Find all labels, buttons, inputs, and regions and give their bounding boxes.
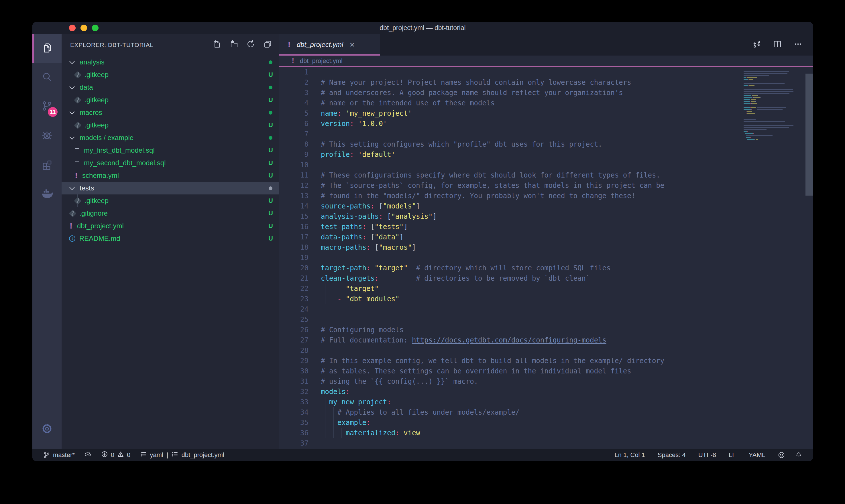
code-line[interactable]: 27# Full documentation: https://docs.get… (279, 335, 813, 345)
code-line[interactable]: 28 (279, 345, 813, 356)
code-line[interactable]: 2# Name your project! Project names shou… (279, 77, 813, 88)
minimap[interactable] (743, 69, 804, 143)
scrollbar-thumb[interactable] (806, 74, 813, 196)
tree-item-dbt-project-yml[interactable]: !dbt_project.ymlU (61, 220, 279, 232)
git-file-icon (74, 122, 82, 129)
sql-file-icon (74, 161, 80, 165)
indentation-indicator[interactable]: Spaces: 4 (658, 451, 686, 459)
minimap-line (743, 141, 804, 143)
code-line[interactable]: 26# Configuring models (279, 325, 813, 335)
code-line[interactable]: 14source-paths: ["models"] (279, 201, 813, 211)
activity-bar: 11 (32, 34, 61, 449)
code-line[interactable]: 31# using the `{{ config(...) }}` macro. (279, 376, 813, 386)
tree-item-tests[interactable]: tests (61, 182, 279, 195)
code-line[interactable]: 10 (279, 160, 813, 170)
code-line[interactable]: 19 (279, 253, 813, 263)
line-number: 5 (279, 108, 308, 119)
code-line[interactable]: 13# found in the "models/" directory. Yo… (279, 191, 813, 201)
code-line[interactable]: 6version: '1.0.0' (279, 119, 813, 129)
code-line[interactable]: 4# name or the intended use of these mod… (279, 98, 813, 108)
more-actions-icon[interactable] (793, 39, 803, 50)
cursor-position-indicator[interactable]: Ln 1, Col 1 (614, 451, 645, 459)
code-line[interactable]: 12# The `source-paths` config, for examp… (279, 180, 813, 191)
close-tab-icon[interactable]: × (349, 40, 355, 49)
code-line[interactable]: 30# as tables. These settings can be ove… (279, 366, 813, 376)
encoding-indicator[interactable]: UTF-8 (698, 451, 716, 459)
tree-item-gitkeep[interactable]: .gitkeepU (61, 69, 279, 81)
language-indicator[interactable]: YAML (749, 451, 766, 459)
activity-search-button[interactable] (32, 63, 61, 92)
line-number: 2 (279, 77, 308, 88)
code-line[interactable]: 20target-path: "target" # directory whic… (279, 263, 813, 273)
tree-item-gitignore[interactable]: .gitignoreU (61, 207, 279, 220)
refresh-icon[interactable] (247, 40, 255, 50)
code-line[interactable]: 5name: 'my_new_project' (279, 108, 813, 119)
indent-label: Spaces: 4 (658, 451, 686, 459)
code-line[interactable]: 21clean-targets: # directories to be rem… (279, 273, 813, 284)
publish-changes-button[interactable] (85, 451, 91, 459)
editor-mode-indicator[interactable]: yaml | dbt_project.yml (140, 451, 224, 459)
close-window-button[interactable] (69, 25, 76, 31)
tree-item-data[interactable]: data (61, 81, 279, 94)
tree-item-my-second-dbt-model-sql[interactable]: my_second_dbt_model.sqlU (61, 157, 279, 169)
tab-dbt-project-yml[interactable]: ! dbt_project.yml × (279, 34, 380, 56)
code-line[interactable]: 7 (279, 129, 813, 139)
activity-extensions-button[interactable] (32, 151, 61, 180)
maximize-window-button[interactable] (92, 25, 98, 31)
code-line[interactable]: 3# and underscores. A good package name … (279, 88, 813, 98)
code-line[interactable]: 17data-paths: ["data"] (279, 232, 813, 242)
activity-docker-button[interactable] (32, 180, 61, 209)
collapse-all-icon[interactable] (264, 40, 272, 50)
notifications-bell-icon[interactable] (795, 452, 802, 458)
code-line[interactable]: 1 (279, 67, 813, 77)
code-line[interactable]: 22 - "target" (279, 284, 813, 294)
minimap-line (743, 83, 804, 85)
eol-indicator[interactable]: LF (729, 451, 736, 459)
activity-explorer-button[interactable] (32, 34, 61, 63)
code-line[interactable]: 33 my_new_project: (279, 397, 813, 407)
code-line[interactable]: 36 materialized: view (279, 428, 813, 438)
code-line[interactable]: 15analysis-paths: ["analysis"] (279, 211, 813, 222)
feedback-smiley-icon[interactable] (778, 452, 785, 458)
tree-item-analysis[interactable]: analysis (61, 56, 279, 69)
branch-indicator[interactable]: master* (43, 451, 75, 459)
new-folder-icon[interactable] (230, 40, 238, 50)
line-number: 16 (279, 222, 308, 232)
code-line[interactable]: 16test-paths: ["tests"] (279, 222, 813, 232)
tree-item-macros[interactable]: macros (61, 106, 279, 119)
minimap-line (743, 112, 804, 114)
code-line[interactable]: 9profile: 'default' (279, 149, 813, 160)
git-untracked-badge: U (268, 159, 273, 167)
code-line[interactable]: 18macro-paths: ["macros"] (279, 242, 813, 253)
code-line[interactable]: 29# In this example config, we tell dbt … (279, 356, 813, 366)
tree-item-schema-yml[interactable]: !schema.ymlU (61, 169, 279, 182)
code-line[interactable]: 35 example: (279, 417, 813, 428)
new-file-icon[interactable] (213, 40, 221, 50)
list-tree-icon (172, 451, 178, 459)
code-editor[interactable]: 12# Name your project! Project names sho… (279, 67, 813, 449)
code-line[interactable]: 37 (279, 438, 813, 448)
code-line[interactable]: 34 # Applies to all files under models/e… (279, 407, 813, 417)
tree-item-readme-md[interactable]: iREADME.mdU (61, 232, 279, 245)
tree-item-gitkeep[interactable]: .gitkeepU (61, 119, 279, 131)
activity-debug-button[interactable] (32, 122, 61, 151)
code-line[interactable]: 23 - "dbt_modules" (279, 294, 813, 304)
tree-item-models-example[interactable]: models / example (61, 131, 279, 144)
search-icon (41, 71, 53, 84)
problems-indicator[interactable]: 0 0 (101, 451, 131, 459)
tree-item-gitkeep[interactable]: .gitkeepU (61, 195, 279, 207)
activity-settings-button[interactable] (32, 415, 61, 444)
tree-item-gitkeep[interactable]: .gitkeepU (61, 94, 279, 106)
minimize-window-button[interactable] (80, 25, 87, 31)
breadcrumb[interactable]: ! dbt_project.yml (279, 56, 813, 67)
code-line[interactable]: 24 (279, 304, 813, 314)
line-number: 29 (279, 356, 308, 366)
split-editor-icon[interactable] (773, 39, 782, 50)
code-line[interactable]: 25 (279, 314, 813, 325)
open-changes-icon[interactable] (752, 39, 761, 50)
code-line[interactable]: 11# These configurations specify where d… (279, 170, 813, 180)
activity-source-control-button[interactable]: 11 (32, 92, 61, 122)
code-line[interactable]: 8# This setting configures which "profil… (279, 139, 813, 149)
tree-item-my-first-dbt-model-sql[interactable]: my_first_dbt_model.sqlU (61, 144, 279, 157)
code-line[interactable]: 32models: (279, 386, 813, 397)
